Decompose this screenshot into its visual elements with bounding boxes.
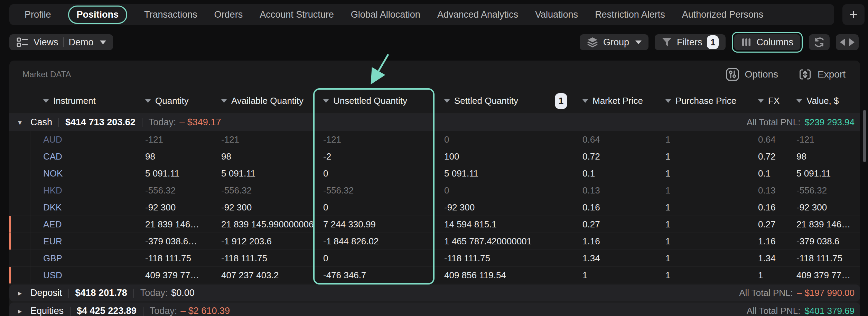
row-select-cell[interactable] — [9, 233, 30, 250]
row-aud[interactable]: AUD -121 -121 -121 0 0.64 1 0.64 -121 — [9, 131, 860, 148]
column-header-unsettled[interactable]: Unsettled Quantity — [314, 88, 434, 114]
row-select-cell[interactable] — [9, 216, 30, 233]
column-menu-caret-icon[interactable] — [796, 99, 802, 103]
nav-tab-restriction-alerts[interactable]: Restriction Alerts — [595, 9, 665, 20]
group-row-cash[interactable]: ▾ Cash $414 713 203.62 Today: – $349.17 … — [9, 114, 860, 131]
group-pnl-value: $239 293.94 — [804, 117, 855, 128]
cell-fx: 0.13 — [741, 185, 780, 196]
nav-tab-transactions[interactable]: Transactions — [144, 9, 197, 20]
cell-settled-quantity: 0 — [434, 185, 572, 196]
filters-label: Filters — [677, 37, 702, 48]
group-today-value: $0.00 — [171, 288, 195, 298]
cell-value: -121 — [780, 134, 860, 145]
export-button[interactable]: Export — [798, 67, 846, 81]
column-header-label: Value, $ — [806, 96, 839, 106]
views-button[interactable]: Views Demo — [9, 34, 113, 50]
row-nok[interactable]: NOK 5 091.11 5 091.11 0 5 091.11 0.1 1 0… — [9, 165, 860, 182]
nav-tab-profile[interactable]: Profile — [25, 9, 51, 20]
cell-instrument: USD — [30, 270, 138, 281]
column-header-settled[interactable]: Settled Quantity 1 — [434, 88, 572, 114]
cell-quantity: 5 091.11 — [138, 168, 209, 179]
panel-title: Market DATA — [22, 70, 71, 79]
group-button[interactable]: Group — [580, 34, 648, 50]
cell-market-price: 0.1 — [572, 168, 655, 179]
nav-tab-account-structure[interactable]: Account Structure — [260, 9, 334, 20]
cell-fx: 1 — [741, 270, 780, 281]
column-header-quantity[interactable]: Quantity — [138, 88, 209, 114]
row-select-cell[interactable] — [9, 131, 30, 148]
cell-market-price: 1 — [572, 270, 655, 281]
cell-settled-quantity: 0 — [434, 134, 572, 145]
row-select-cell[interactable] — [9, 165, 30, 182]
column-menu-caret-icon[interactable] — [758, 99, 764, 103]
row-select-cell[interactable] — [9, 148, 30, 165]
columns-icon — [741, 37, 752, 47]
group-expand-caret-icon[interactable]: ▸ — [9, 307, 30, 315]
table-body: ▾ Cash $414 713 203.62 Today: – $349.17 … — [9, 114, 860, 316]
row-select-cell[interactable] — [9, 267, 30, 283]
nav-tab-positions[interactable]: Positions — [68, 6, 128, 24]
toolbar: Views Demo Group — [9, 33, 859, 51]
nav-tab-orders[interactable]: Orders — [214, 9, 243, 20]
group-expand-caret-icon[interactable]: ▾ — [9, 118, 30, 127]
views-list-icon — [16, 37, 29, 48]
group-row-equities[interactable]: ▸ Equities $4 425 223.89 Today: – $2 610… — [9, 303, 860, 316]
group-pnl-label: All Total PNL: — [747, 117, 801, 128]
column-header-label: FX — [768, 96, 780, 106]
column-header-available[interactable]: Available Quantity — [209, 88, 314, 114]
column-menu-caret-icon[interactable] — [323, 99, 329, 103]
group-name: Equities — [30, 306, 64, 316]
cell-quantity: 21 839 146… — [138, 219, 209, 230]
column-header-label: Settled Quantity — [454, 96, 518, 106]
group-expand-caret-icon[interactable]: ▸ — [9, 289, 30, 297]
nav-tab-global-allocation[interactable]: Global Allocation — [351, 9, 420, 20]
cell-value: -556.32 — [780, 185, 860, 196]
group-total-pnl: All Total PNL: $401 379.69 — [747, 306, 855, 316]
column-menu-caret-icon[interactable] — [665, 99, 671, 103]
cell-quantity: -92 300 — [138, 202, 209, 213]
column-header-instrument[interactable]: Instrument — [30, 88, 138, 114]
row-select-cell[interactable] — [9, 199, 30, 216]
nav-tab-valuations[interactable]: Valuations — [535, 9, 578, 20]
refresh-button[interactable] — [809, 34, 830, 50]
row-hkd[interactable]: HKD -556.32 -556.32 -556.32 0 0.13 1 0.1… — [9, 182, 860, 199]
page-left-icon[interactable] — [840, 38, 845, 46]
column-menu-caret-icon[interactable] — [582, 99, 588, 103]
row-eur[interactable]: EUR -379 038.6… -1 912 203.6 -1 844 826.… — [9, 233, 860, 250]
columns-button[interactable]: Columns — [734, 34, 800, 50]
column-menu-caret-icon[interactable] — [43, 99, 49, 103]
options-button[interactable]: Options — [726, 67, 778, 81]
export-icon — [798, 67, 812, 81]
group-row-deposit[interactable]: ▸ Deposit $418 201.78 Today: $0.00 All T… — [9, 285, 860, 301]
page-right-icon[interactable] — [849, 38, 855, 46]
column-menu-caret-icon[interactable] — [145, 99, 151, 103]
column-menu-caret-icon[interactable] — [444, 99, 450, 103]
row-usd[interactable]: USD 409 379 77… 407 237 403.2 -476 346.7… — [9, 267, 860, 283]
column-header-market_price[interactable]: Market Price — [572, 88, 655, 114]
row-gbp[interactable]: GBP -118 111.75 -118 111.75 0 -118 111.7… — [9, 250, 860, 267]
vertical-scrollbar-thumb[interactable] — [863, 110, 866, 162]
nav-tab-advanced-analytics[interactable]: Advanced Analytics — [437, 9, 518, 20]
column-header-fx[interactable]: FX — [741, 88, 780, 114]
group-pnl-value: $401 379.69 — [804, 306, 855, 316]
row-cad[interactable]: CAD 98 98 -2 100 0.72 1 0.72 98 — [9, 148, 860, 165]
row-select-cell[interactable] — [9, 250, 30, 267]
row-dkk[interactable]: DKK -92 300 -92 300 0 -92 300 0.16 1 0.1… — [9, 199, 860, 216]
cell-available-quantity: 21 839 145.990000006 — [209, 219, 314, 230]
cell-quantity: 409 379 77… — [138, 270, 209, 281]
cell-quantity: -118 111.75 — [138, 253, 209, 264]
divider — [133, 289, 134, 298]
header-spacer — [9, 88, 30, 114]
top-nav: ProfilePositionsTransactionsOrdersAccoun… — [9, 4, 834, 25]
add-tab-button[interactable]: + — [842, 4, 865, 25]
cell-available-quantity: 5 091.11 — [209, 168, 314, 179]
nav-tab-authorized-persons[interactable]: Authorized Persons — [682, 9, 764, 20]
row-aed[interactable]: AED 21 839 146… 21 839 145.990000006 7 2… — [9, 216, 860, 233]
cell-settled-quantity: 409 856 119.54 — [434, 270, 572, 281]
filters-button[interactable]: Filters 1 — [655, 34, 726, 50]
cell-unsettled-quantity: -121 — [314, 134, 434, 145]
column-menu-caret-icon[interactable] — [221, 99, 227, 103]
column-header-purchase_price[interactable]: Purchase Price — [655, 88, 741, 114]
row-select-cell[interactable] — [9, 182, 30, 199]
column-header-value[interactable]: Value, $ — [780, 88, 860, 114]
